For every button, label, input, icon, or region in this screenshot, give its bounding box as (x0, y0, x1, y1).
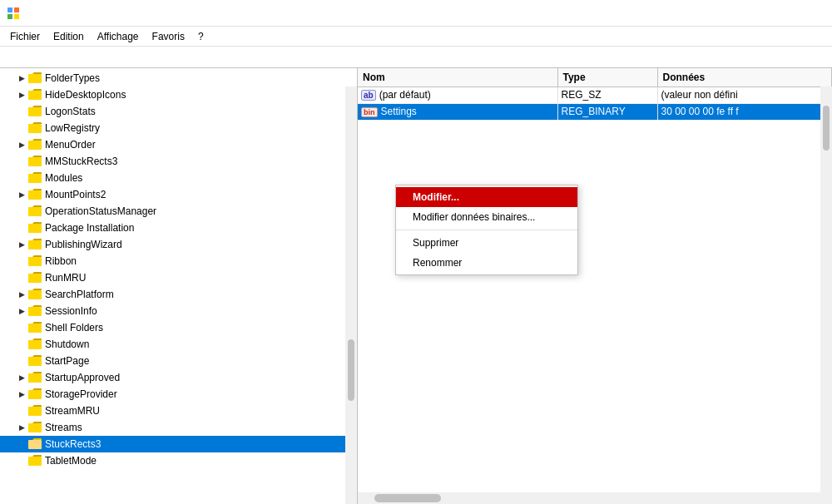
tree-item-publishingwizard[interactable]: PublishingWizard (0, 236, 357, 253)
tree-item-mmstuckrects3[interactable]: MMStuckRects3 (0, 153, 357, 170)
minimize-button[interactable] (711, 0, 749, 27)
tree-item-label: LowRegistry (45, 122, 100, 134)
tree-item-label: Package Installation (45, 222, 134, 234)
tree-item-startpage[interactable]: StartPage (0, 353, 357, 369)
tree-item-streams[interactable]: Streams (0, 419, 357, 436)
expand-arrow[interactable] (17, 422, 27, 432)
svg-rect-24 (28, 407, 42, 416)
tree-item-ribbon[interactable]: Ribbon (0, 253, 357, 269)
tree-item-modules[interactable]: Modules (0, 170, 357, 186)
folder-icon (28, 388, 42, 401)
menu-affichage[interactable]: Affichage (91, 29, 146, 44)
tree-item-label: StartPage (45, 355, 89, 367)
context-menu-item-modifier-donn-es-binaires---[interactable]: Modifier données binaires... (396, 207, 577, 227)
svg-rect-1 (14, 7, 19, 12)
svg-rect-4 (28, 74, 42, 83)
tree-item-streammru[interactable]: StreamMRU (0, 403, 357, 419)
context-menu-item-supprimer[interactable]: Supprimer (396, 233, 577, 253)
tree-item-label: OperationStatusManager (45, 205, 156, 217)
tree-item-label: HideDesktopIcons (45, 89, 126, 101)
vertical-scrollbar[interactable] (820, 86, 832, 492)
tree-item-label: StuckRects3 (45, 438, 101, 450)
folder-icon (28, 288, 42, 301)
maximize-button[interactable] (749, 0, 787, 27)
cell-name: binSettings (358, 103, 557, 120)
tree-item-searchplatform[interactable]: SearchPlatform (0, 286, 357, 303)
expand-arrow[interactable] (17, 306, 27, 316)
right-panel: Nom Type Données ab(par défaut)REG_SZ(va… (358, 68, 832, 504)
expand-arrow[interactable] (17, 240, 27, 250)
folder-icon (28, 254, 42, 268)
tree-item-label: RunMRU (45, 272, 86, 284)
tree-item-mountpoints2[interactable]: MountPoints2 (0, 186, 357, 203)
tree-item-packageinstallation[interactable]: Package Installation (0, 220, 357, 236)
svg-rect-6 (28, 107, 42, 116)
svg-rect-19 (28, 324, 42, 333)
expand-arrow[interactable] (17, 389, 27, 399)
horizontal-scrollbar[interactable] (358, 492, 832, 504)
expand-arrow[interactable] (17, 140, 27, 150)
context-menu-separator (396, 230, 577, 230)
tree-item-operationstatusmanager[interactable]: OperationStatusManager (0, 203, 357, 220)
tree-item-label: Streams (45, 422, 82, 433)
tree-item-shutdown[interactable]: Shutdown (0, 336, 357, 353)
tree-item-storageprovider[interactable]: StorageProvider (0, 386, 357, 403)
folder-icon (28, 271, 42, 284)
svg-rect-20 (28, 340, 42, 349)
svg-rect-14 (28, 240, 42, 250)
tree-body[interactable]: FolderTypes HideDesktopIcons LogonStats … (0, 68, 357, 486)
menu-bar: Fichier Edition Affichage Favoris ? (0, 27, 832, 47)
close-button[interactable] (787, 0, 825, 27)
folder-icon (28, 338, 42, 351)
tree-item-label: MenuOrder (45, 139, 96, 151)
folder-icon (28, 72, 42, 85)
tree-item-label: PublishingWizard (45, 239, 122, 250)
context-menu-item-renommer[interactable]: Renommer (396, 253, 577, 273)
tree-item-stuckrects3[interactable]: StuckRects3 (0, 436, 357, 452)
folder-icon (28, 421, 42, 434)
tree-item-shellfolders[interactable]: Shell Folders (0, 319, 357, 336)
expand-arrow[interactable] (17, 90, 27, 100)
tree-item-menuorder[interactable]: MenuOrder (0, 136, 357, 153)
cell-data: 30 00 00 00 fe ff f (657, 103, 832, 120)
svg-rect-2 (7, 14, 12, 19)
context-menu-item-modifier---[interactable]: Modifier... (396, 187, 577, 207)
tree-item-logonstats[interactable]: LogonStats (0, 103, 357, 120)
svg-rect-12 (28, 207, 42, 216)
expand-arrow[interactable] (17, 73, 27, 83)
folder-icon (28, 188, 42, 201)
expand-arrow[interactable] (17, 289, 27, 299)
table-row[interactable]: ab(par défaut)REG_SZ(valeur non défini (358, 86, 832, 103)
tree-item-lowregistry[interactable]: LowRegistry (0, 120, 357, 136)
tree-item-tabletmode[interactable]: TabletMode (0, 452, 357, 469)
menu-fichier[interactable]: Fichier (3, 29, 47, 44)
tree-item-hidedesktopicons[interactable]: HideDesktopIcons (0, 86, 357, 103)
menu-help[interactable]: ? (191, 29, 210, 44)
tree-item-runmru[interactable]: RunMRU (0, 269, 357, 286)
svg-rect-9 (28, 157, 42, 166)
svg-rect-10 (28, 174, 42, 183)
tree-item-sessioninfo[interactable]: SessionInfo (0, 303, 357, 319)
menu-favoris[interactable]: Favoris (146, 29, 191, 44)
folder-icon (28, 371, 42, 384)
col-header-name: Nom (358, 68, 557, 86)
tree-item-label: StreamMRU (45, 405, 100, 417)
svg-rect-7 (28, 124, 42, 133)
folder-icon (28, 354, 42, 368)
expand-arrow[interactable] (17, 190, 27, 200)
tree-item-label: StorageProvider (45, 388, 117, 400)
tree-item-label: MMStuckRects3 (45, 156, 117, 167)
v-scrollbar-thumb (820, 103, 832, 153)
tree-item-label: SearchPlatform (45, 289, 114, 300)
tree-scrollbar[interactable] (345, 86, 357, 504)
tree-item-startupapproved[interactable]: StartupApproved (0, 369, 357, 386)
expand-arrow[interactable] (17, 373, 27, 383)
svg-rect-16 (28, 274, 42, 283)
menu-edition[interactable]: Edition (47, 29, 91, 44)
tree-item-foldertypes[interactable]: FolderTypes (0, 70, 357, 86)
table-row[interactable]: binSettingsREG_BINARY30 00 00 00 fe ff f (358, 103, 832, 120)
registry-table: Nom Type Données ab(par défaut)REG_SZ(va… (358, 68, 832, 121)
folder-icon (28, 221, 42, 235)
tree-item-label: Shell Folders (45, 322, 103, 334)
tree-item-label: TabletMode (45, 455, 97, 467)
